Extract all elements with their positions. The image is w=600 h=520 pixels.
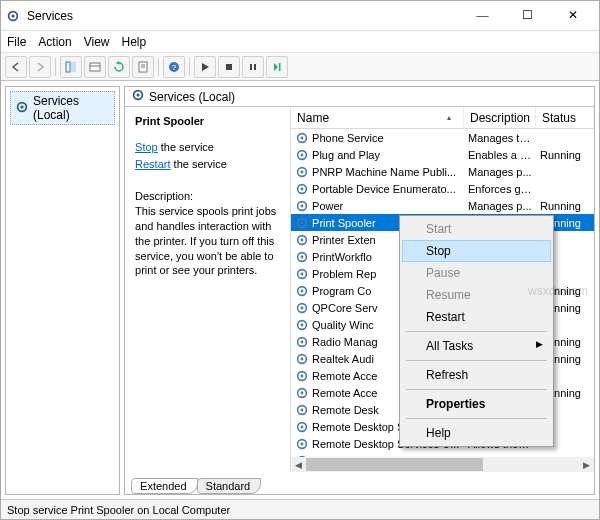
- pause-service-button[interactable]: [242, 56, 264, 78]
- stop-service-button[interactable]: [218, 56, 240, 78]
- gear-icon: [295, 233, 309, 247]
- service-row[interactable]: PNRP Machine Name Publi...Manages p...: [291, 163, 594, 180]
- context-menu-item-all-tasks[interactable]: All Tasks▶: [402, 335, 551, 357]
- horizontal-scrollbar[interactable]: ◀ ▶: [291, 457, 594, 472]
- gear-icon: [295, 318, 309, 332]
- menu-file[interactable]: File: [7, 35, 26, 49]
- context-menu-item-start: Start: [402, 218, 551, 240]
- refresh-button[interactable]: [108, 56, 130, 78]
- content-header-label: Services (Local): [149, 90, 235, 104]
- svg-rect-4: [90, 63, 100, 71]
- service-row[interactable]: Portable Device Enumerato...Enforces gr.…: [291, 180, 594, 197]
- service-description: Manages p...: [464, 200, 536, 212]
- statusbar-text: Stop service Print Spooler on Local Comp…: [7, 504, 230, 516]
- column-status[interactable]: Status: [536, 107, 594, 128]
- selected-service-name: Print Spooler: [135, 115, 280, 127]
- service-name: Plug and Play: [312, 149, 380, 161]
- context-menu-item-refresh[interactable]: Refresh: [402, 364, 551, 386]
- service-row[interactable]: PowerManages p...Running: [291, 197, 594, 214]
- service-description: Enables a c...: [464, 149, 536, 161]
- svg-point-44: [301, 340, 304, 343]
- menu-view[interactable]: View: [84, 35, 110, 49]
- stop-service-link[interactable]: Stop: [135, 141, 158, 153]
- svg-rect-13: [254, 64, 256, 70]
- view-tabs: Extended Standard: [125, 472, 594, 494]
- svg-point-50: [301, 391, 304, 394]
- service-name: Remote Desk: [312, 404, 379, 416]
- service-status: Running: [536, 149, 594, 161]
- menu-action[interactable]: Action: [38, 35, 71, 49]
- console-tree[interactable]: Services (Local): [5, 86, 120, 495]
- service-name: Print Spooler: [312, 217, 376, 229]
- service-name: Problem Rep: [312, 268, 376, 280]
- back-button[interactable]: [5, 56, 27, 78]
- svg-point-34: [301, 255, 304, 258]
- gear-icon: [295, 165, 309, 179]
- maximize-button[interactable]: ☐: [505, 1, 550, 30]
- window-title: Services: [27, 9, 460, 23]
- gear-icon: [295, 182, 309, 196]
- context-menu-item-stop[interactable]: Stop: [402, 240, 551, 262]
- tree-root-services-local[interactable]: Services (Local): [10, 91, 115, 125]
- minimize-button[interactable]: —: [460, 1, 505, 30]
- context-menu-item-restart[interactable]: Restart: [402, 306, 551, 328]
- help-button[interactable]: ?: [163, 56, 185, 78]
- svg-rect-11: [226, 64, 232, 70]
- context-menu-separator: [406, 360, 547, 361]
- svg-point-48: [301, 374, 304, 377]
- context-menu-separator: [406, 418, 547, 419]
- svg-point-40: [301, 306, 304, 309]
- show-hide-tree-button[interactable]: [60, 56, 82, 78]
- start-service-button[interactable]: [194, 56, 216, 78]
- gear-icon: [295, 199, 309, 213]
- context-menu-item-resume: Resume: [402, 284, 551, 306]
- content-header: Services (Local): [125, 87, 594, 107]
- svg-point-1: [11, 14, 14, 17]
- service-name: Quality Winc: [312, 319, 374, 331]
- svg-rect-3: [71, 62, 76, 72]
- scroll-left-button[interactable]: ◀: [291, 457, 306, 472]
- description-label: Description:: [135, 190, 280, 202]
- context-menu-item-properties[interactable]: Properties: [402, 393, 551, 415]
- forward-button[interactable]: [29, 56, 51, 78]
- gear-icon: [295, 352, 309, 366]
- toolbar: ?: [1, 53, 599, 81]
- svg-point-16: [20, 105, 23, 108]
- gear-icon: [295, 386, 309, 400]
- svg-point-24: [301, 170, 304, 173]
- scroll-right-button[interactable]: ▶: [579, 457, 594, 472]
- column-description[interactable]: Description: [464, 107, 536, 128]
- content-pane: Services (Local) Print Spooler Stop the …: [124, 86, 595, 495]
- context-menu-separator: [406, 389, 547, 390]
- svg-point-22: [301, 153, 304, 156]
- column-name[interactable]: Name▴: [291, 107, 464, 128]
- menu-help[interactable]: Help: [122, 35, 147, 49]
- service-name: Phone Service: [312, 132, 384, 144]
- tab-extended[interactable]: Extended: [131, 478, 197, 494]
- service-row[interactable]: Plug and PlayEnables a c...Running: [291, 146, 594, 163]
- service-name: Portable Device Enumerato...: [312, 183, 456, 195]
- gear-icon: [295, 267, 309, 281]
- menubar: File Action View Help: [1, 31, 599, 53]
- svg-point-42: [301, 323, 304, 326]
- export-list-button[interactable]: [132, 56, 154, 78]
- submenu-arrow-icon: ▶: [536, 339, 543, 349]
- properties-button[interactable]: [84, 56, 106, 78]
- svg-point-52: [301, 408, 304, 411]
- services-list: Name▴ Description Status Phone ServiceMa…: [290, 107, 594, 472]
- context-menu-item-pause: Pause: [402, 262, 551, 284]
- description-text: This service spools print jobs and handl…: [135, 204, 280, 278]
- gear-icon: [295, 131, 309, 145]
- close-button[interactable]: ✕: [550, 1, 595, 30]
- service-name: QPCore Serv: [312, 302, 377, 314]
- restart-service-link[interactable]: Restart: [135, 158, 170, 170]
- svg-point-18: [136, 93, 139, 96]
- tab-standard[interactable]: Standard: [197, 478, 262, 494]
- scroll-thumb[interactable]: [306, 458, 483, 471]
- svg-point-54: [301, 425, 304, 428]
- service-name: Radio Manag: [312, 336, 377, 348]
- gear-icon: [295, 420, 309, 434]
- service-row[interactable]: Phone ServiceManages th...: [291, 129, 594, 146]
- context-menu-item-help[interactable]: Help: [402, 422, 551, 444]
- restart-service-button[interactable]: [266, 56, 288, 78]
